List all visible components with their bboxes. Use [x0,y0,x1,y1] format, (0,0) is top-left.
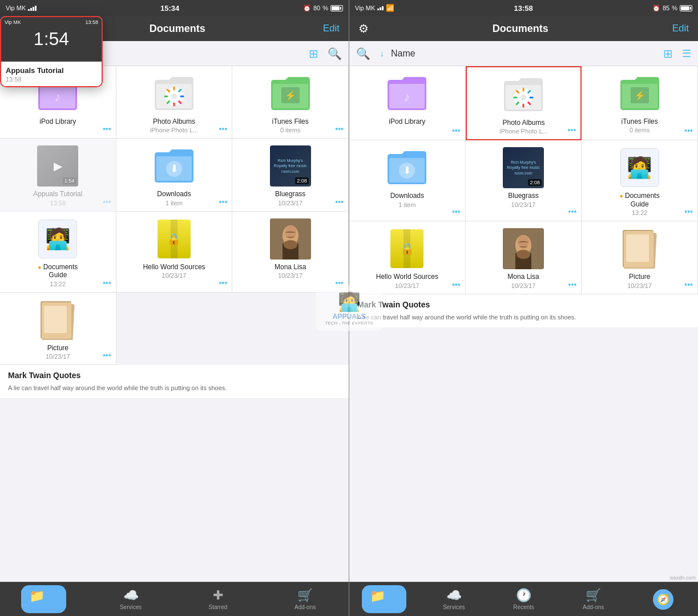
photo-dots[interactable]: ••• [219,124,228,133]
docsguide-thumb: 🧑‍💻 [37,218,78,260]
left-item-itunes[interactable]: ⚡ iTunes Files 0 items ••• [232,66,349,139]
left-nav-title: Documents [150,23,205,35]
right-edit-button[interactable]: Edit [672,23,689,34]
docsguide-dots[interactable]: ••• [103,278,111,287]
helloworld-dots[interactable]: ••• [219,278,228,287]
left-item-docsguide[interactable]: 🧑‍💻 ● DocumentsGuide 13:22 ••• [0,212,116,293]
right-item-downloads[interactable]: ⬇ Downloads 1 item ••• [349,140,466,221]
signal-bar-2 [30,8,32,11]
right-sort-name[interactable]: Name [391,48,659,59]
right-ipod-dots[interactable]: ••• [452,126,461,135]
left-carrier: Vip MK [6,5,26,11]
left-item-picture[interactable]: Picture 10/23/17 ••• [0,293,116,365]
left-item-downloads[interactable]: ⬇ Downloads 1 item ••• [116,139,233,211]
right-item-ipod[interactable]: ♪ iPod Library ••• [349,66,466,140]
ipod-dots[interactable]: ••• [103,124,111,133]
right-itunes-dots[interactable]: ••• [684,126,693,135]
left-edit-button[interactable]: Edit [323,23,340,34]
picture-name: Picture [47,344,68,352]
right-tab-addons[interactable]: 🛒 Add-ons [559,585,628,614]
starred-tab-label: Starred [208,604,227,610]
starred-tab-icon: ✚ [213,588,223,603]
right-helloworld-name: Hello World Sources [376,273,438,281]
right-docsguide-dots[interactable]: ••• [684,207,693,216]
right-monalisa-dots[interactable]: ••• [568,280,577,289]
right-wifi-icon: 📶 [386,4,394,12]
right-search-icon[interactable]: 🔍 [356,47,370,60]
left-item-photo[interactable]: Photo Albums iPhone Photo L... ••• [116,66,233,139]
left-search-icon[interactable]: 🔍 [328,47,342,60]
downloads-dots[interactable]: ••• [219,197,228,206]
left-preview-body: A lie can travel half way around the wor… [8,383,341,393]
right-item-itunes[interactable]: ⚡ iTunes Files 0 items ••• [582,66,698,140]
right-picture-dots[interactable]: ••• [684,280,693,289]
left-item-helloworld[interactable]: 🔒 Hello World Sources 10/23/17 ••• [116,212,233,293]
right-tab-services[interactable]: ☁️ Services [419,585,489,614]
left-tab-documents[interactable]: 📁 Documents [0,582,87,616]
right-item-picture[interactable]: Picture 10/23/17 ••• [582,221,698,294]
bluegrass-name: Bluegrass [275,190,305,198]
right-photo-name: Photo Albums [502,119,544,127]
left-tab-bar: 📁 Documents ☁️ Services ✚ Starred 🛒 Add-… [0,582,349,616]
notif-carrier: Vip MK [5,19,21,25]
right-battery-icon [680,5,692,11]
right-battery-pct: 85 [663,5,669,11]
left-battery-pct: 80 [313,5,320,11]
bluegrass-dots[interactable]: ••• [335,197,344,206]
left-tab-services[interactable]: ☁️ Services [87,585,175,614]
tutorial-dots[interactable]: ••• [103,197,111,206]
right-photo-folder-icon [503,74,544,115]
left-grid-icon[interactable]: ⊞ [309,47,318,60]
left-item-tutorial[interactable]: ▶ 1:54 Appuals Tutorial 13:58 ••• [0,139,116,211]
left-content-scroll[interactable]: ♪ iPod Library ••• [0,66,349,582]
right-documents-tab-label: Documents [370,603,399,610]
right-bluegrass-thumb: Rich Murphy'sRoyalty free music room.com… [503,147,544,188]
right-phone-panel: Vip MK 📶 13:58 ⏰ 85% ⚙ Docume [349,0,698,616]
right-tab-documents[interactable]: 📁 Documents [349,582,419,616]
right-photo-dots[interactable]: ••• [568,125,576,135]
right-helloworld-sub: 10/23/17 [354,282,461,289]
right-docsguide-sub: 13:22 [586,209,693,216]
monalisa-sub: 10/23/17 [237,272,344,279]
right-battery-fill [681,6,689,10]
right-status-bar: Vip MK 📶 13:58 ⏰ 85% [349,0,698,16]
left-item-monalisa[interactable]: Mona Lisa 10/23/17 ••• [232,212,349,293]
addons-tab-icon: 🛒 [297,588,313,603]
itunes-dots[interactable]: ••• [335,124,344,133]
right-tab-compass[interactable]: 🧭 [628,586,698,613]
right-services-tab-icon: ☁️ [446,588,462,603]
right-ipod-folder-icon: ♪ [386,73,427,114]
right-item-photo[interactable]: Photo Albums iPhone Photo L... ••• [466,66,582,140]
right-list-icon[interactable]: ☰ [682,47,691,60]
helloworld-name: Hello World Sources [143,263,205,271]
notif-header: Vip MK 13:58 1:54 [0,16,103,62]
itunes-folder-icon: ⚡ [270,73,311,114]
helloworld-thumb: 🔒 [154,218,195,260]
right-time: 13:58 [514,4,532,13]
right-downloads-dots[interactable]: ••• [452,207,461,216]
right-item-docsguide[interactable]: 🧑‍💻 ● DocumentsGuide 13:22 ••• [582,140,698,221]
svg-text:⬇: ⬇ [170,163,178,175]
left-tab-addons[interactable]: 🛒 Add-ons [261,585,349,614]
right-item-helloworld[interactable]: 🔒 Hello World Sources 10/23/17 ••• [349,221,466,294]
notif-body: Appuals Tutorial 13:58 [0,62,103,87]
right-content-scroll[interactable]: ♪ iPod Library ••• [349,66,698,582]
right-grid-icon[interactable]: ⊞ [663,47,673,60]
right-tab-bar: 📁 Documents ☁️ Services 🕐 Recents 🛒 Add-… [349,582,698,616]
monalisa-dots[interactable]: ••• [335,278,344,287]
right-carrier: Vip MK [355,5,375,11]
picture-dots[interactable]: ••• [103,351,111,360]
right-bluegrass-name: Bluegrass [508,192,538,200]
right-item-bluegrass[interactable]: Rich Murphy'sRoyalty free music room.com… [466,140,582,221]
right-helloworld-dots[interactable]: ••• [452,280,461,289]
left-item-bluegrass[interactable]: Rich Murphy'sRoyalty free music room.com… [232,139,349,211]
right-signal [377,6,384,10]
right-text-preview: Mark Twain Quotes A lie can travel half … [349,294,698,329]
right-item-monalisa[interactable]: Mona Lisa 10/23/17 ••• [466,221,582,294]
left-tab-starred[interactable]: ✚ Starred [175,585,262,614]
left-file-grid: ♪ iPod Library ••• [0,66,349,365]
right-tab-recents[interactable]: 🕐 Recents [489,585,558,614]
right-gear-icon[interactable]: ⚙ [358,22,369,35]
right-bluegrass-dots[interactable]: ••• [568,207,577,216]
picture-thumb [37,299,78,341]
